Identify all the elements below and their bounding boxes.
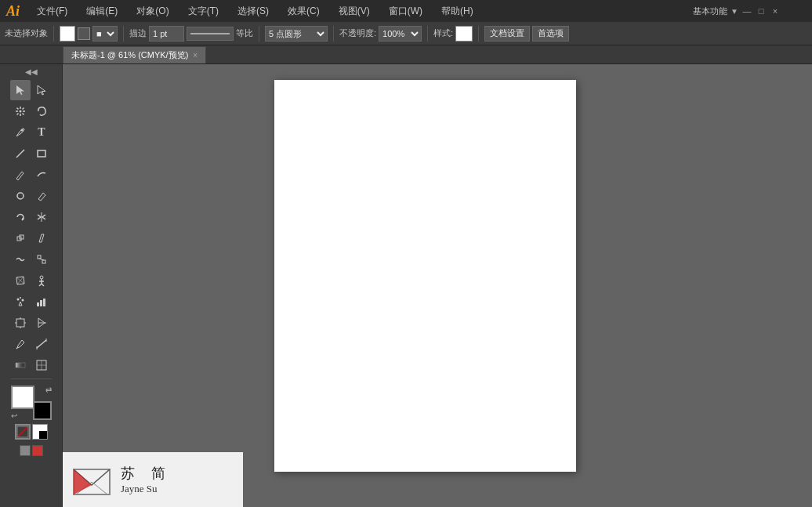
menu-help[interactable]: 帮助(H) <box>437 3 478 20</box>
window-restore-btn[interactable]: □ <box>756 5 767 16</box>
magic-wand-tool[interactable] <box>10 101 31 121</box>
tool-sep-1 <box>11 378 52 379</box>
tool-row-9 <box>10 249 52 270</box>
symbol-spray-tool[interactable] <box>10 292 31 312</box>
tab-close-btn[interactable]: × <box>193 51 198 60</box>
warp-tool[interactable] <box>10 249 31 270</box>
svg-marker-50 <box>74 469 92 494</box>
canvas-area[interactable]: 苏 简 Jayne Su <box>63 64 812 507</box>
direct-select-tool[interactable] <box>31 80 52 100</box>
panel-toggle-icon: ◀◀ <box>25 67 38 76</box>
tool-row-6 <box>10 186 52 206</box>
workspace-name[interactable]: 基本功能 <box>693 5 727 17</box>
panel-toggle[interactable]: ◀◀ <box>25 67 38 76</box>
background-color[interactable] <box>33 401 52 420</box>
doc-setup-btn[interactable]: 文档设置 <box>484 26 530 42</box>
toolbar-sep-6 <box>478 26 479 42</box>
workspace-dropdown-icon[interactable]: ▼ <box>730 7 738 16</box>
rectangle-tool[interactable] <box>31 143 52 164</box>
eyedropper-tool[interactable] <box>10 334 31 354</box>
menu-view[interactable]: 视图(V) <box>334 3 375 20</box>
mesh-tool[interactable] <box>31 355 52 375</box>
svg-line-39 <box>16 348 17 349</box>
stroke-preview[interactable] <box>187 27 234 41</box>
window-close-btn[interactable]: × <box>770 5 781 16</box>
window-minimize-btn[interactable]: — <box>741 5 752 16</box>
none-color-btn[interactable] <box>15 424 31 440</box>
menu-select[interactable]: 选择(S) <box>233 3 274 20</box>
layer-tab-2[interactable] <box>32 445 43 456</box>
gradient-tool[interactable] <box>10 355 31 375</box>
style-color[interactable] <box>455 26 473 42</box>
puppet-warp-tool[interactable] <box>31 270 52 291</box>
points-select[interactable]: 5 点圆形 <box>265 26 328 42</box>
opacity-select[interactable]: 100% <box>379 26 422 42</box>
no-selection-section: 未选择对象 <box>5 27 48 39</box>
smooth-tool[interactable] <box>31 165 52 185</box>
svg-point-8 <box>20 110 22 113</box>
fill-color-box[interactable] <box>60 26 75 42</box>
tool-row-2 <box>10 101 52 121</box>
svg-point-22 <box>40 276 43 279</box>
menu-edit[interactable]: 编辑(E) <box>82 3 122 20</box>
svg-point-27 <box>17 299 20 301</box>
svg-line-5 <box>23 114 24 115</box>
reflect-tool[interactable] <box>31 207 52 227</box>
pencil-tool[interactable] <box>10 165 31 185</box>
lasso-tool[interactable] <box>31 101 52 121</box>
line-tool[interactable] <box>10 143 31 164</box>
layer-tab-1[interactable] <box>20 445 31 456</box>
menu-object[interactable]: 对象(O) <box>132 3 173 20</box>
stroke-color-box[interactable] <box>78 27 90 40</box>
column-graph-tool[interactable] <box>31 292 52 312</box>
color-mode-icon[interactable] <box>32 424 48 440</box>
svg-line-19 <box>39 259 44 260</box>
watermark: 苏 简 Jayne Su <box>63 452 243 507</box>
slice-tool[interactable] <box>31 313 52 333</box>
left-toolbar: ◀◀ T <box>0 64 63 507</box>
reset-colors-btn[interactable]: ↩ <box>11 411 17 420</box>
svg-line-26 <box>42 284 44 286</box>
color-mode-row <box>15 424 48 440</box>
document-tab[interactable]: 未标题-1 @ 61% (CMYK/预览) × <box>63 46 206 63</box>
type-tool[interactable]: T <box>31 122 52 143</box>
svg-rect-18 <box>42 260 45 263</box>
menu-window[interactable]: 窗口(W) <box>384 3 427 20</box>
toolbar-sep-4 <box>333 26 334 42</box>
watermark-logo <box>72 460 111 499</box>
blob-brush-tool[interactable] <box>10 186 31 206</box>
svg-rect-30 <box>37 302 39 306</box>
watermark-english-name: Jayne Su <box>121 483 172 495</box>
stroke-type-select[interactable]: ■ <box>92 26 118 42</box>
pen-tool[interactable] <box>10 122 31 143</box>
tab-title: 未标题-1 @ 61% (CMYK/预览) <box>71 49 188 61</box>
measure-tool[interactable] <box>31 334 52 354</box>
stroke-width-input[interactable] <box>149 26 184 42</box>
svg-line-47 <box>18 427 27 436</box>
menu-effect[interactable]: 效果(C) <box>283 3 324 20</box>
doc-section: 文档设置 首选项 <box>484 26 569 42</box>
toolbar-sep-5 <box>427 26 428 42</box>
scale-tool[interactable] <box>10 228 31 248</box>
watermark-text: 苏 简 Jayne Su <box>121 464 172 495</box>
artboard-tool[interactable] <box>10 313 31 333</box>
preferences-btn[interactable]: 首选项 <box>532 26 569 42</box>
menu-file[interactable]: 文件(F) <box>32 3 72 20</box>
svg-line-7 <box>17 114 19 115</box>
tool-row-7 <box>10 207 52 227</box>
no-selection-label: 未选择对象 <box>5 27 48 39</box>
svg-line-6 <box>23 108 24 110</box>
selector-tool[interactable] <box>10 80 31 100</box>
reshape-tool[interactable] <box>31 249 52 270</box>
swap-colors-btn[interactable]: ⇄ <box>45 386 52 394</box>
menu-type[interactable]: 文字(T) <box>183 3 223 20</box>
rotate-tool[interactable] <box>10 207 31 227</box>
points-section: 5 点圆形 <box>265 26 328 42</box>
foreground-color[interactable] <box>11 386 34 409</box>
color-section: ■ <box>60 26 118 42</box>
tool-row-14 <box>10 355 52 375</box>
title-bar-left: Ai 文件(F) 编辑(E) 对象(O) 文字(T) 选择(S) 效果(C) 视… <box>6 3 478 20</box>
erase-tool[interactable] <box>31 186 52 206</box>
shear-tool[interactable] <box>31 228 52 248</box>
free-distort-tool[interactable] <box>10 270 31 291</box>
